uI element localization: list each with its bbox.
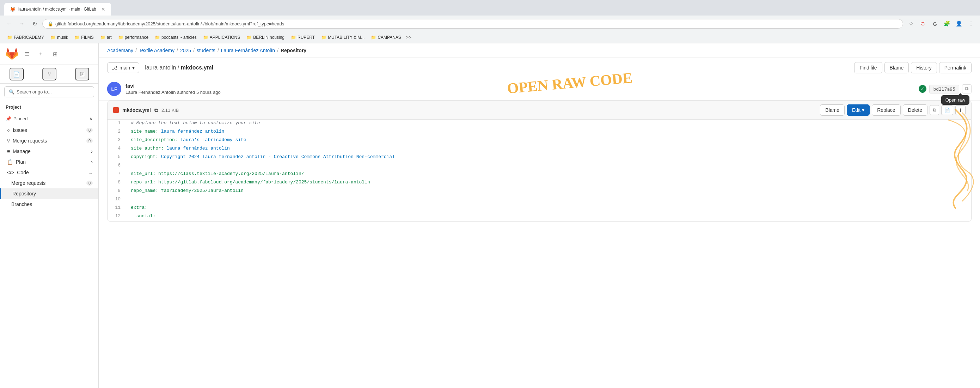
breadcrumb-2025[interactable]: 2025 (180, 48, 191, 53)
bookmark-berlin[interactable]: 📁 BERLIN housing (243, 34, 287, 41)
bookmark-label: MUTABILITY & M... (328, 35, 364, 40)
open-raw-button[interactable]: 📄 (941, 105, 953, 115)
sidebar-item-code-merge[interactable]: Merge requests 0 (0, 178, 99, 188)
branch-name: main (119, 65, 130, 70)
sidebar-item-label: Code (17, 170, 29, 175)
sidebar-item-label: Merge requests (11, 180, 46, 186)
back-button[interactable]: ← (4, 19, 14, 29)
breadcrumb-academany[interactable]: Academany (107, 48, 133, 53)
viewer-replace-button[interactable]: Replace (872, 104, 900, 116)
file-path-name: mkdocs.yml (181, 65, 213, 70)
extensions2-button[interactable]: 🧩 (942, 19, 952, 29)
sidebar-item-plan[interactable]: 📋 Plan › (0, 156, 99, 167)
bookmark-icon: 📁 (247, 35, 252, 40)
code-line-8: 8 repo_url: https://gitlab.fabcloud.org/… (108, 179, 971, 187)
sidebar-doc-icon[interactable]: 📄 (10, 68, 24, 80)
sidebar-merge-icon[interactable]: ⑂ (42, 68, 56, 80)
sidebar-add-button[interactable]: + (35, 48, 46, 60)
viewer-delete-button[interactable]: Delete (903, 104, 928, 116)
find-file-button[interactable]: Find file (854, 62, 882, 73)
bookmark-icon: 📁 (321, 35, 326, 40)
tooltip-text: Open raw (945, 97, 965, 103)
bookmark-films[interactable]: 📁 FILMS (72, 34, 96, 41)
branch-selector[interactable]: ⎇ main ▾ (107, 62, 139, 73)
menu-button[interactable]: ⋮ (966, 19, 976, 29)
file-viewer: mkdocs.yml ⧉ 2.11 KiB Blame Edit ▾ Repla… (107, 101, 972, 222)
commit-author: Laura Fernández Antolín (126, 89, 175, 95)
manage-arrow: › (91, 148, 93, 154)
bookmark-campanas[interactable]: 📁 CAMPANAS (368, 34, 404, 41)
breadcrumb-students[interactable]: students (197, 48, 215, 53)
commit-time-label: authored (177, 89, 196, 95)
line-content: copyright: Copyright 2024 laura fernánde… (125, 153, 971, 162)
sidebar-item-code[interactable]: </> Code ⌄ (0, 167, 99, 178)
browser-tab[interactable]: 🦊 laura-antolin / mkdocs.yml · main · Gi… (4, 3, 111, 16)
edit-dropdown-arrow: ▾ (862, 107, 864, 113)
line-number: 10 (108, 196, 125, 204)
sidebar-toggle-button[interactable]: ☰ (21, 48, 32, 60)
bookmark-art[interactable]: 📁 art (97, 34, 115, 41)
bookmark-mutability[interactable]: 📁 MUTABILITY & M... (318, 34, 368, 41)
bookmark-rupert[interactable]: 📁 RUPERT (288, 34, 318, 41)
pinned-arrow: ∧ (89, 116, 93, 121)
breadcrumb-sep2: / (177, 48, 178, 53)
file-info: mkdocs.yml ⧉ 2.11 KiB (113, 107, 179, 113)
bookmark-icon: 📁 (7, 35, 12, 40)
bookmark-musik[interactable]: 📁 musik (48, 34, 71, 41)
extensions-button[interactable]: 🛡 (918, 19, 928, 29)
file-viewer-header: mkdocs.yml ⧉ 2.11 KiB Blame Edit ▾ Repla… (108, 101, 971, 120)
open-raw-tooltip: Open raw (941, 95, 969, 105)
bookmark-label: APPLICATIONS (210, 35, 240, 40)
bookmark-applications[interactable]: 📁 APPLICATIONS (200, 34, 243, 41)
account-button[interactable]: 👤 (954, 19, 964, 29)
bookmark-podcasts[interactable]: 📁 podcasts ~ articles (152, 34, 199, 41)
code-line-7: 7 site_url: https://class.textile-academ… (108, 170, 971, 179)
code-line-1: 1 # Replace the text below to customize … (108, 120, 971, 128)
address-bar[interactable]: 🔒 gitlab.fabcloud.org/academany/fabricad… (42, 19, 903, 29)
tab-close[interactable]: ✕ (101, 6, 105, 12)
blame-button[interactable]: Blame (885, 62, 909, 73)
sidebar-check-icon[interactable]: ☑ (75, 68, 89, 80)
viewer-blame-button[interactable]: Blame (820, 104, 845, 116)
sidebar-search-label: Search or go to... (17, 89, 52, 94)
file-path-prefix: laura-antolin / (145, 65, 180, 70)
bookmarks-overflow[interactable]: >> (406, 35, 411, 40)
breadcrumb-author[interactable]: Laura Fernández Antolín (221, 48, 275, 53)
history-button[interactable]: History (911, 62, 937, 73)
line-content (125, 162, 971, 170)
sidebar-search[interactable]: 🔍 Search or go to... (4, 86, 94, 97)
sidebar-item-issues[interactable]: ○ Issues 0 (0, 125, 99, 136)
bookmark-button[interactable]: ☆ (906, 19, 916, 29)
reload-button[interactable]: ↻ (30, 19, 40, 29)
sidebar-grid-button[interactable]: ⊞ (49, 48, 60, 60)
sidebar-item-repository[interactable]: Repository (0, 188, 99, 199)
code-merge-badge: 0 (86, 180, 93, 185)
main-content: Academany / Textile Academy / 2025 / stu… (99, 43, 980, 388)
code-line-10: 10 (108, 196, 971, 204)
sidebar-item-merge-requests[interactable]: ⑂ Merge requests 0 (0, 136, 99, 146)
viewer-edit-button[interactable]: Edit ▾ (847, 104, 870, 116)
commit-info: LF favi Laura Fernández Antolín authored… (99, 78, 980, 101)
code-line-2: 2 site_name: laura fernández antolín (108, 128, 971, 137)
sidebar-item-manage[interactable]: ≡ Manage › (0, 146, 99, 156)
sidebar-item-branches[interactable]: Branches (0, 199, 99, 209)
copy-hash-button[interactable]: ⧉ (962, 84, 972, 93)
code-line-6: 6 (108, 162, 971, 170)
permalink-button[interactable]: Permalink (939, 62, 972, 73)
forward-button[interactable]: → (17, 19, 27, 29)
download-button[interactable]: ⬇ (955, 105, 966, 115)
pinned-section[interactable]: 📌 Pinned ∧ (0, 114, 99, 123)
copy-file-button[interactable]: ⧉ (929, 105, 939, 115)
bookmark-performance[interactable]: 📁 performance (115, 34, 151, 41)
profile-button[interactable]: G (930, 19, 940, 29)
bookmark-label: CAMPANAS (377, 35, 401, 40)
sidebar-nav-icons: 📄 ⑂ ☑ (0, 65, 99, 84)
bookmark-label: FABRICADEMY (14, 35, 44, 40)
lock-icon: 🔒 (48, 21, 53, 26)
breadcrumb: Academany / Textile Academy / 2025 / stu… (99, 43, 980, 58)
bookmark-fabricademy[interactable]: 📁 FABRICADEMY (4, 34, 47, 41)
merge-requests-icon: ⑂ (7, 138, 10, 144)
breadcrumb-textile[interactable]: Textile Academy (139, 48, 175, 53)
line-number: 2 (108, 128, 125, 137)
sidebar-item-label: Plan (16, 159, 26, 165)
